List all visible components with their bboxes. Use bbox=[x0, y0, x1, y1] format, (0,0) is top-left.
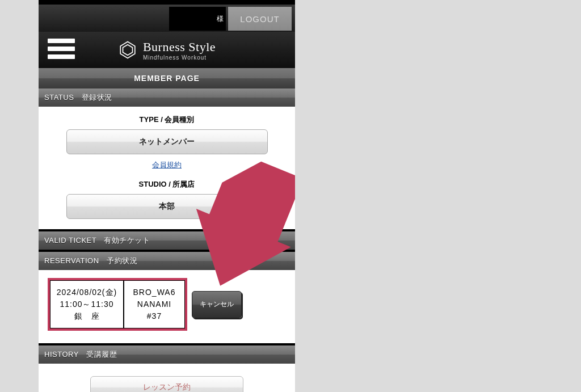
section-history-heading: HISTORY 受講履歴 bbox=[39, 345, 295, 364]
terms-link-label: 会員規約 bbox=[152, 161, 182, 169]
reservation-date: 2024/08/02(金) bbox=[54, 286, 120, 298]
reservation-instructor: NANAMI bbox=[128, 298, 181, 310]
status-panel: TYPE / 会員種別 ネットメンバー 会員規約 STUDIO / 所属店 本部 bbox=[39, 107, 295, 229]
top-nav: 様 LOGOUT bbox=[39, 5, 295, 32]
svg-marker-1 bbox=[123, 45, 132, 56]
terms-link[interactable]: 会員規約 bbox=[50, 160, 284, 170]
logout-button[interactable]: LOGOUT bbox=[228, 7, 292, 31]
reservation-class-code: BRO_WA6 bbox=[128, 286, 181, 298]
page-title: MEMBER PAGE bbox=[39, 68, 295, 88]
reservation-time: 11:00～11:30 bbox=[54, 298, 120, 310]
type-label: TYPE / 会員種別 bbox=[50, 115, 284, 125]
studio-label: STUDIO / 所属店 bbox=[50, 179, 284, 189]
section-status-heading: STATUS 登録状況 bbox=[39, 88, 295, 107]
hamburger-icon[interactable] bbox=[47, 36, 76, 61]
section-valid-ticket-heading: VALID TICKET 有効チケット bbox=[39, 231, 295, 250]
phone-frame: 様 LOGOUT Burness Style Mindfulness Worko… bbox=[39, 0, 295, 392]
cancel-cell: キャンセル bbox=[187, 291, 246, 318]
cancel-button[interactable]: キャンセル bbox=[192, 291, 242, 318]
studio-button[interactable]: 本部 bbox=[66, 194, 268, 219]
reservation-slot: #37 bbox=[128, 310, 181, 322]
lesson-reserve-button[interactable]: レッスン予約 bbox=[90, 376, 243, 392]
user-suffix: 様 bbox=[217, 14, 224, 24]
brand-name: Burness Style bbox=[143, 40, 216, 54]
lesson-reserve-label: レッスン予約 bbox=[143, 382, 191, 391]
reservation-location: 銀 座 bbox=[54, 310, 120, 322]
reservation-row: 2024/08/02(金) 11:00～11:30 銀 座 BRO_WA6 NA… bbox=[48, 278, 187, 331]
brand-logo-icon bbox=[118, 40, 137, 60]
studio-value: 本部 bbox=[159, 201, 175, 210]
section-reservation-heading: RESERVATION 予約状況 bbox=[39, 252, 295, 270]
cancel-label: キャンセル bbox=[200, 300, 234, 308]
logo-row: Burness Style Mindfulness Workout bbox=[39, 32, 295, 68]
username-display: 様 bbox=[169, 7, 226, 31]
brand: Burness Style Mindfulness Workout bbox=[118, 40, 216, 61]
logout-label: LOGOUT bbox=[240, 14, 279, 24]
reservation-panel: 2024/08/02(金) 11:00～11:30 銀 座 BRO_WA6 NA… bbox=[39, 270, 295, 343]
member-type-button[interactable]: ネットメンバー bbox=[66, 129, 268, 154]
history-panel: レッスン予約 bbox=[39, 364, 295, 392]
brand-tagline: Mindfulness Workout bbox=[143, 54, 216, 61]
reservation-date-cell: 2024/08/02(金) 11:00～11:30 銀 座 bbox=[50, 280, 124, 328]
status-bar bbox=[39, 0, 295, 5]
member-type-value: ネットメンバー bbox=[139, 137, 195, 146]
reservation-class-cell: BRO_WA6 NANAMI #37 bbox=[124, 280, 185, 328]
